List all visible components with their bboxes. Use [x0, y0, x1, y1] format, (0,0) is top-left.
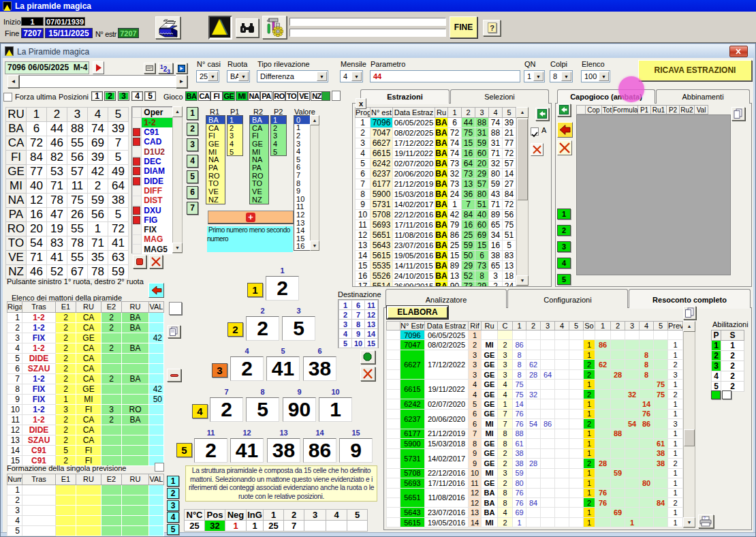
svg-text:?: ? — [704, 516, 706, 520]
